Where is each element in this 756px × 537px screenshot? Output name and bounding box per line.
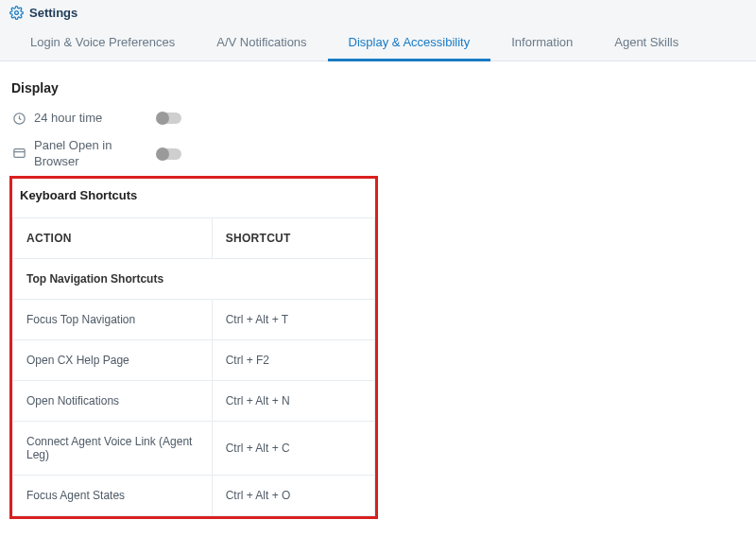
cell-action: Open Notifications (13, 380, 213, 421)
shortcuts-table: ACTION SHORTCUT Top Navigation Shortcuts… (12, 217, 375, 516)
gear-icon (9, 6, 24, 20)
content-area: Display 24 hour time Panel Open in Brows… (0, 61, 387, 532)
cell-shortcut: Ctrl + F2 (212, 339, 374, 380)
tab-information[interactable]: Information (490, 26, 593, 61)
tab-av-notifications[interactable]: A/V Notifications (196, 26, 327, 61)
keyboard-section-title: Keyboard Shortcuts (12, 179, 375, 212)
cell-action: Open CX Help Page (13, 339, 213, 380)
toggle-24hour[interactable] (157, 113, 181, 124)
cell-action: Focus Top Navigation (13, 299, 213, 339)
tab-login-voice[interactable]: Login & Voice Preferences (9, 26, 196, 61)
col-action: ACTION (13, 217, 213, 258)
keyboard-shortcuts-section: Keyboard Shortcuts ACTION SHORTCUT Top N… (9, 176, 378, 519)
table-group-row: Top Navigation Shortcuts (13, 258, 375, 299)
tab-bar: Login & Voice Preferences A/V Notificati… (0, 26, 756, 61)
table-row: Focus Agent States Ctrl + Alt + O (13, 475, 375, 515)
table-row: Focus Top Navigation Ctrl + Alt + T (13, 299, 375, 339)
table-header-row: ACTION SHORTCUT (13, 217, 375, 258)
setting-24hour: 24 hour time (9, 105, 378, 132)
tab-display-accessibility[interactable]: Display & Accessibility (328, 26, 491, 61)
svg-point-0 (15, 11, 19, 15)
tab-agent-skills[interactable]: Agent Skills (593, 26, 699, 61)
display-section-title: Display (11, 80, 378, 95)
group-title: Top Navigation Shortcuts (13, 258, 375, 299)
cell-shortcut: Ctrl + Alt + N (212, 380, 374, 421)
cell-shortcut: Ctrl + Alt + C (212, 421, 374, 475)
page-header: Settings (0, 0, 756, 26)
svg-rect-2 (13, 149, 24, 158)
toggle-panel-open[interactable] (157, 148, 181, 160)
cell-shortcut: Ctrl + Alt + T (212, 299, 374, 339)
table-row: Open CX Help Page Ctrl + F2 (13, 339, 375, 380)
table-row: Connect Agent Voice Link (Agent Leg) Ctr… (13, 421, 375, 475)
panel-icon (9, 147, 28, 161)
cell-action: Connect Agent Voice Link (Agent Leg) (13, 421, 213, 475)
setting-label: 24 hour time (34, 111, 157, 127)
table-row: Open Notifications Ctrl + Alt + N (13, 380, 375, 421)
cell-shortcut: Ctrl + Alt + O (212, 475, 374, 515)
setting-label: Panel Open in Browser (34, 138, 157, 170)
clock-icon (9, 112, 28, 126)
col-shortcut: SHORTCUT (212, 217, 374, 258)
page-title: Settings (29, 6, 77, 20)
cell-action: Focus Agent States (13, 475, 213, 515)
setting-panel-open: Panel Open in Browser (9, 132, 378, 176)
